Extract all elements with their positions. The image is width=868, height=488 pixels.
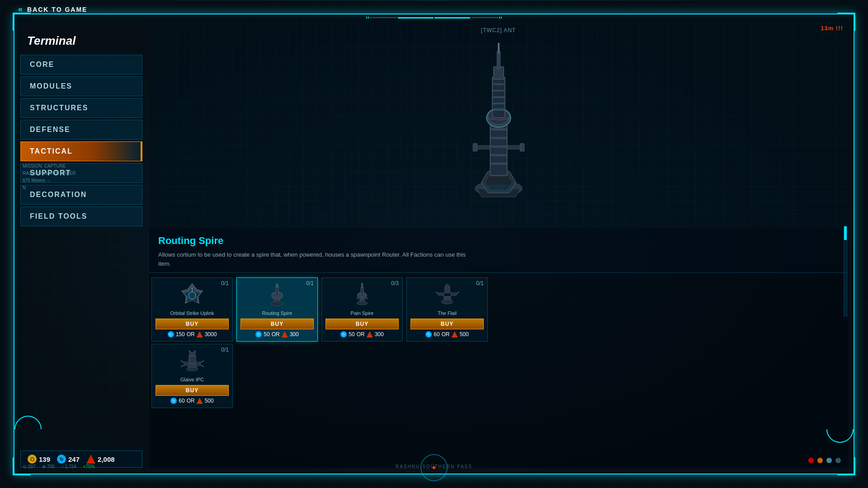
status-dots — [808, 458, 841, 463]
status-dot-red — [808, 458, 814, 463]
buy-orbital-button[interactable]: BUY — [156, 319, 229, 329]
buy-flail-button[interactable]: BUY — [410, 319, 484, 329]
svg-rect-17 — [492, 96, 505, 98]
shop-item-orbital-strike[interactable]: 0/1 Orbital Strike Uplink BUY ↻ 150 OR — [151, 277, 233, 342]
glaive-cost-blue-value: 60 — [179, 398, 184, 404]
svg-rect-10 — [490, 163, 507, 164]
svg-point-32 — [189, 292, 196, 299]
buy-glaive-button[interactable]: BUY — [156, 385, 229, 396]
back-to-game-button[interactable]: « BACK TO GAME — [18, 5, 87, 14]
glaive-cost-blue-icon: ↻ — [170, 398, 177, 404]
svg-rect-15 — [492, 84, 505, 85]
pain-cost-blue-value: 50 — [349, 331, 354, 338]
svg-point-62 — [186, 367, 198, 371]
status-dot-orange — [817, 458, 823, 463]
orbital-cost-red-value: 3000 — [205, 331, 217, 338]
currency-blue: ↻ 247 — [57, 455, 80, 464]
svg-point-29 — [481, 184, 516, 193]
svg-point-52 — [441, 300, 453, 304]
svg-rect-7 — [490, 137, 507, 139]
svg-line-60 — [200, 361, 204, 363]
glaive-cost: ↻ 60 OR 500 — [170, 398, 213, 404]
buy-pain-button[interactable]: BUY — [326, 319, 399, 329]
sidebar-item-defense[interactable]: DEFENSE — [20, 120, 142, 140]
coord-z: ↕ 1,724 — [61, 464, 76, 469]
back-chevrons-icon: « — [18, 5, 24, 14]
svg-line-58 — [181, 361, 184, 363]
item-info-section: Routing Spire Allows cortium to be used … — [149, 228, 848, 272]
orbital-cost-blue-icon: ↻ — [168, 331, 174, 338]
dg-value: 139 — [39, 455, 50, 463]
top-decoration — [366, 16, 502, 19]
routing-cost: ↻ 50 OR 300 — [255, 331, 298, 338]
svg-rect-44 — [364, 297, 368, 299]
flail-name: The Flail — [438, 310, 457, 316]
sidebar-label-structures: STRUCTURES — [30, 104, 88, 112]
svg-rect-47 — [439, 293, 444, 296]
mission-line2: RASHNU WATCHTOWER — [23, 170, 76, 177]
tower-model-svg — [462, 43, 535, 206]
pain-cost: ↻ 50 OR 300 — [340, 331, 383, 338]
map-label: RASHNU SOUTHERN PASS — [396, 464, 472, 469]
glaive-name: Glaive IPC — [180, 377, 204, 382]
sidebar-item-structures[interactable]: STRUCTURES — [20, 98, 142, 118]
blue-value: 247 — [68, 455, 80, 463]
orbital-name: Orbital Strike Uplink — [170, 310, 214, 316]
sidebar-item-tactical[interactable]: TACTICAL — [20, 141, 142, 161]
svg-rect-36 — [276, 286, 278, 296]
glaive-icon — [179, 348, 206, 375]
svg-rect-18 — [492, 103, 505, 104]
orbital-cost-red-icon — [197, 331, 203, 338]
glaive-cost-red-icon — [197, 398, 203, 404]
glaive-cost-red-value: 500 — [205, 398, 214, 404]
routing-cost-blue-value: 50 — [264, 331, 269, 338]
location-label: [TWC2] ANT — [481, 27, 516, 33]
shop-item-pain-spire[interactable]: 0/3 Pain Spire BUY ↻ 50 — [321, 277, 403, 342]
svg-marker-57 — [189, 350, 196, 356]
orbital-icon — [179, 282, 206, 309]
coord-x: ◎ 297 — [23, 464, 35, 469]
shop-scrollbar[interactable] — [844, 226, 847, 316]
svg-marker-42 — [361, 283, 363, 287]
mission-direction: N — [23, 184, 76, 192]
sidebar-label-core: CORE — [30, 61, 54, 69]
pain-count: 0/3 — [391, 280, 399, 286]
shop-row-2: 0/1 Glaive IPC — [151, 344, 845, 408]
svg-rect-6 — [490, 128, 507, 130]
shop-item-glaive-ipc[interactable]: 0/1 Glaive IPC — [151, 344, 233, 408]
sidebar-item-modules[interactable]: MODULES — [20, 76, 142, 96]
svg-rect-26 — [473, 144, 477, 151]
svg-rect-9 — [490, 154, 507, 156]
shop-item-the-flail[interactable]: 0/1 The Flail BUY ↻ 60 — [406, 277, 488, 342]
svg-point-38 — [271, 301, 283, 306]
item-name: Routing Spire — [158, 235, 839, 247]
sidebar: Terminal CORE MODULES STRUCTURES DEFENSE… — [20, 29, 142, 465]
svg-line-51 — [456, 292, 459, 294]
svg-marker-49 — [445, 284, 450, 293]
svg-rect-16 — [492, 90, 505, 91]
mission-line1: MISSION: CAPTURE — [23, 163, 76, 170]
scrollbar-handle — [844, 226, 847, 240]
sidebar-title: Terminal — [20, 29, 142, 55]
flail-count: 0/1 — [476, 280, 484, 286]
svg-rect-56 — [189, 356, 196, 364]
svg-rect-37 — [276, 284, 278, 287]
sidebar-label-tactical: TACTICAL — [30, 147, 73, 155]
routing-cost-red-icon — [282, 331, 288, 338]
status-dot-dark-teal — [835, 458, 841, 463]
sidebar-item-core[interactable]: CORE — [20, 55, 142, 75]
pain-cost-red-icon — [367, 331, 373, 338]
buy-routing-button[interactable]: BUY — [241, 319, 314, 329]
routing-spire-icon — [264, 282, 291, 309]
main-content: [TWC2] ANT — [149, 20, 848, 468]
sidebar-item-field-tools[interactable]: FIELD TOOLS — [20, 206, 142, 226]
scanline — [0, 0, 868, 1]
routing-name: Routing Spire — [262, 310, 292, 316]
preview-area: [TWC2] ANT — [149, 20, 848, 228]
pain-cost-blue-icon: ↻ — [340, 331, 347, 338]
flail-cost-red-icon — [452, 331, 458, 338]
coord-percent: +75% — [83, 464, 95, 469]
mission-info: MISSION: CAPTURE RASHNU WATCHTOWER 875 M… — [23, 163, 76, 192]
svg-line-61 — [200, 365, 204, 367]
shop-item-routing-spire[interactable]: 0/1 Routing Spire BUY ↻ 50 OR — [236, 277, 318, 342]
